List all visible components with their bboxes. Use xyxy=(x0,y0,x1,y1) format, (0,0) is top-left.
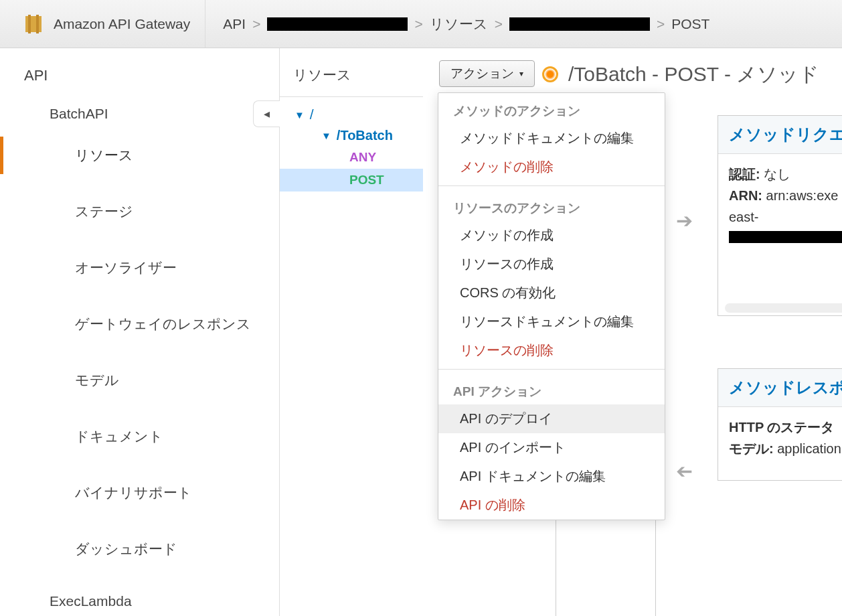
sidebar-item-authorizers[interactable]: オーソライザー xyxy=(0,249,279,287)
breadcrumb-method[interactable]: POST xyxy=(671,16,709,32)
breadcrumb-resource-redacted[interactable] xyxy=(509,17,650,31)
scrollbar[interactable] xyxy=(725,303,842,313)
dd-edit-api-doc[interactable]: API ドキュメントの編集 xyxy=(438,462,665,491)
actions-dropdown: メソッドのアクション メソッドドキュメントの編集 メソッドの削除 リソースのアク… xyxy=(438,92,665,520)
breadcrumb-sep: > xyxy=(414,16,422,32)
sidebar-item-models[interactable]: モデル xyxy=(0,362,279,399)
breadcrumb-api-redacted[interactable] xyxy=(267,17,408,31)
dd-delete-resource[interactable]: リソースの削除 xyxy=(438,336,665,365)
tree-method-any[interactable]: ANY xyxy=(280,146,423,169)
method-response-panel[interactable]: メソッドレスポ HTTP のステータ モデル: application xyxy=(718,368,842,481)
content: アクション ▾ /ToBatch - POST - メソッド メソッドのアクショ… xyxy=(423,48,842,616)
dd-edit-method-doc[interactable]: メソッドドキュメントの編集 xyxy=(438,124,665,153)
sidebar-title: API xyxy=(0,64,279,99)
sidebar-item-stages[interactable]: ステージ xyxy=(0,193,279,230)
caret-down-icon: ▼ xyxy=(294,109,305,121)
dd-create-method[interactable]: メソッドの作成 xyxy=(438,221,665,250)
dd-enable-cors[interactable]: CORS の有効化 xyxy=(438,279,665,307)
topbar: Amazon API Gateway API > > リソース > > POST xyxy=(0,0,842,48)
collapse-sidebar-button[interactable]: ◂ xyxy=(253,100,280,127)
tree-tobatch-label: /ToBatch xyxy=(337,128,393,143)
arrow-left-icon: ➔ xyxy=(676,459,693,483)
arrow-right-icon: ➔ xyxy=(676,209,693,232)
model-value: application xyxy=(777,441,841,456)
tree-method-post[interactable]: POST xyxy=(280,169,423,191)
breadcrumb-sep: > xyxy=(495,16,503,32)
tour-highlight-icon xyxy=(542,66,558,82)
sidebar-item-gwresponses[interactable]: ゲートウェイのレスポンス xyxy=(0,305,279,343)
breadcrumb-resources[interactable]: リソース xyxy=(430,15,488,33)
chevron-down-icon: ▾ xyxy=(519,69,523,78)
service-name: Amazon API Gateway xyxy=(54,16,190,32)
sidebar-item-binary[interactable]: バイナリサポート xyxy=(0,474,279,512)
breadcrumb-sep: > xyxy=(252,16,260,32)
dd-delete-method[interactable]: メソッドの削除 xyxy=(438,153,665,181)
sidebar-item-resources[interactable]: リソース xyxy=(0,137,279,174)
tree-root[interactable]: ▼ / xyxy=(280,104,423,125)
breadcrumb-api[interactable]: API xyxy=(223,16,246,32)
dd-delete-api[interactable]: API の削除 xyxy=(438,491,665,520)
svg-rect-0 xyxy=(25,16,41,32)
sidebar-item-documents[interactable]: ドキュメント xyxy=(0,418,279,455)
divider xyxy=(438,369,665,370)
arn-label: ARN: xyxy=(729,188,762,203)
dd-create-resource[interactable]: リソースの作成 xyxy=(438,250,665,279)
resource-tree-panel: リソース ▼ / ▼ /ToBatch ANY POST xyxy=(280,48,423,616)
dd-section-method: メソッドのアクション xyxy=(438,93,665,124)
api-group-batchapi[interactable]: BatchAPI xyxy=(0,99,279,129)
caret-down-icon: ▼ xyxy=(321,130,331,141)
dd-import-api[interactable]: API のインポート xyxy=(438,433,665,462)
arn-value-2: east- xyxy=(729,210,758,224)
sidebar-item-dashboard[interactable]: ダッシュボード xyxy=(0,530,279,568)
service-block[interactable]: Amazon API Gateway xyxy=(0,0,205,48)
arn-redacted xyxy=(729,231,842,243)
breadcrumb-sep: > xyxy=(657,16,665,32)
page-title: /ToBatch - POST - メソッド xyxy=(568,61,819,88)
actions-button-label: アクション xyxy=(450,65,514,82)
api-group-execlambda[interactable]: ExecLambda xyxy=(0,587,279,616)
apigateway-logo-icon xyxy=(21,12,46,36)
method-response-title: メソッドレスポ xyxy=(718,369,842,407)
arn-value: arn:aws:exe xyxy=(766,188,839,203)
sidebar: API BatchAPI リソース ステージ オーソライザー ゲートウェイのレス… xyxy=(0,48,280,616)
model-label: モデル: xyxy=(729,441,774,456)
svg-rect-1 xyxy=(28,15,31,33)
http-status-label: HTTP のステータ xyxy=(729,420,834,435)
dd-edit-resource-doc[interactable]: リソースドキュメントの編集 xyxy=(438,307,665,336)
auth-label: 認証: xyxy=(729,167,760,181)
tree-root-label: / xyxy=(310,106,314,123)
dd-section-api: API アクション xyxy=(438,374,665,404)
actions-button[interactable]: アクション ▾ xyxy=(439,60,535,87)
method-request-title: メソッドリクエ xyxy=(718,116,842,154)
auth-value: なし xyxy=(764,167,790,181)
method-request-panel[interactable]: メソッドリクエ 認証: なし ARN: arn:aws:exe east- xyxy=(718,115,842,316)
dd-deploy-api[interactable]: API のデプロイ xyxy=(438,404,665,433)
breadcrumb: API > > リソース > > POST xyxy=(205,15,709,33)
svg-rect-2 xyxy=(36,15,39,33)
resource-tree-title: リソース xyxy=(280,66,423,97)
dd-section-resource: リソースのアクション xyxy=(438,190,665,221)
tree-tobatch[interactable]: ▼ /ToBatch xyxy=(280,125,423,146)
divider xyxy=(438,185,665,186)
